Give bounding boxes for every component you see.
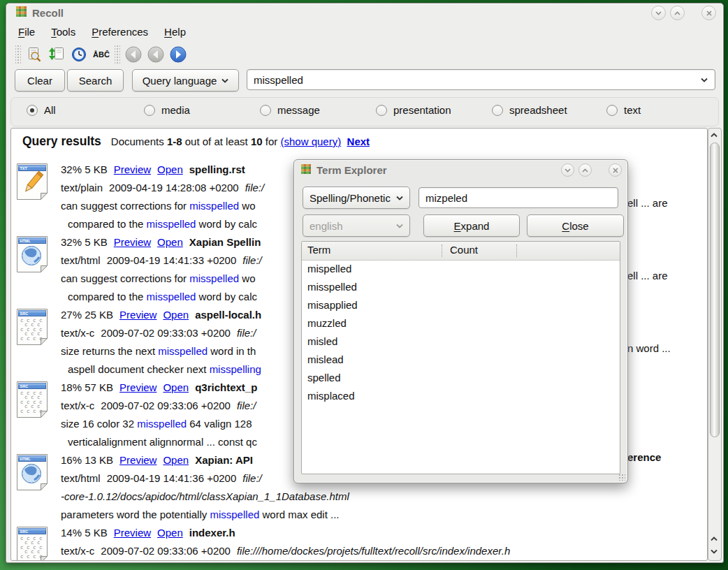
recoll-app-icon <box>16 6 27 19</box>
show-query-link[interactable]: (show query) <box>281 136 342 147</box>
column-header-count[interactable]: Count <box>450 244 478 256</box>
relevance-and-size: 32% 5 KB <box>61 163 108 175</box>
open-link[interactable]: Open <box>163 454 189 466</box>
preview-link[interactable]: Preview <box>119 309 156 321</box>
snippet-line: size 16 color 32 misspelled 64 valign 12… <box>61 415 252 433</box>
mime-type: text/html <box>61 472 101 484</box>
open-link[interactable]: Open <box>157 236 183 248</box>
toolbar-handle <box>15 45 21 64</box>
resize-grip-icon[interactable] <box>618 474 625 481</box>
column-divider[interactable] <box>516 244 517 257</box>
term-list-item[interactable]: misapplied <box>302 296 620 314</box>
term-list-item[interactable]: mislead <box>302 351 620 369</box>
close-dialog-button[interactable]: Close <box>527 214 624 237</box>
language-value: english <box>310 220 343 232</box>
open-link[interactable]: Open <box>157 163 183 175</box>
shade-button[interactable] <box>561 163 574 177</box>
document-history-icon[interactable] <box>69 45 89 64</box>
result-line1: 14% 5 KBPreviewOpenindexer.h <box>61 524 235 542</box>
filter-radio-spreadsheet[interactable]: spreadsheet <box>492 104 567 116</box>
expand-button[interactable]: Expand <box>423 214 520 237</box>
preview-link[interactable]: Preview <box>114 236 151 248</box>
maximize-button[interactable] <box>670 6 685 20</box>
chevron-down-icon[interactable] <box>701 78 708 82</box>
radio-icon[interactable] <box>376 105 387 116</box>
column-header-term[interactable]: Term <box>307 244 330 256</box>
scroll-up-icon[interactable] <box>709 534 719 543</box>
snippet-line: compared to the misspelled word by calc <box>68 215 257 233</box>
filter-radio-media[interactable]: media <box>144 104 190 116</box>
mime-type: text/x-c <box>61 400 94 411</box>
preview-link[interactable]: Preview <box>119 454 156 466</box>
filter-radio-all[interactable]: All <box>27 104 56 116</box>
svg-text:HTML: HTML <box>20 457 31 461</box>
mime-type: text/html <box>61 254 101 266</box>
term-list-item[interactable]: spelled <box>302 369 620 387</box>
term-list-item[interactable]: misplaced <box>302 387 620 405</box>
preview-link[interactable]: Preview <box>119 381 156 393</box>
close-button[interactable] <box>701 6 716 20</box>
relevance-and-size: 18% 57 KB <box>61 381 113 393</box>
radio-icon[interactable] <box>144 105 155 116</box>
advanced-search-icon[interactable] <box>24 45 44 64</box>
radio-icon[interactable] <box>27 105 38 116</box>
search-button[interactable]: Search <box>67 69 124 92</box>
doc-date: 2009-04-19 14:41:33 +0200 <box>107 254 237 266</box>
scrollbar-thumb[interactable] <box>710 142 720 437</box>
radio-icon[interactable] <box>260 105 271 116</box>
filter-radio-text[interactable]: text <box>606 104 641 116</box>
menu-item-help[interactable]: Help <box>162 24 188 39</box>
main-titlebar[interactable]: Recoll <box>6 3 723 22</box>
term-explorer-icon[interactable]: ÅBĈ <box>92 45 111 64</box>
txt-file-icon: TXT <box>15 162 49 201</box>
desktop-background: Recoll FileToolsPreferencesHelp ÅBĈ <box>0 0 728 570</box>
term-list-item[interactable]: misspelled <box>302 278 620 296</box>
chevron-down-icon <box>396 224 403 228</box>
sort-parameters-icon[interactable] <box>47 45 66 64</box>
expansion-mode-combobox[interactable]: Spelling/Phonetic <box>303 187 410 209</box>
column-divider[interactable] <box>442 244 442 257</box>
term-list-item[interactable]: muzzled <box>302 314 620 332</box>
term-input[interactable]: mizpeled <box>418 187 618 208</box>
chevron-down-icon <box>221 78 228 83</box>
term-list-item[interactable]: mispelled <box>302 260 620 278</box>
relevance-and-size: 16% 13 KB <box>61 454 113 466</box>
menu-item-preferences[interactable]: Preferences <box>89 24 150 39</box>
doc-total: 10 <box>251 136 263 147</box>
search-query-input[interactable]: misspelled <box>247 69 715 90</box>
open-link[interactable]: Open <box>163 381 189 393</box>
dialog-titlebar[interactable]: Term Explorer <box>294 160 627 180</box>
results-scrollbar[interactable] <box>708 128 722 561</box>
open-link[interactable]: Open <box>163 309 189 321</box>
go-next-icon[interactable] <box>168 45 188 64</box>
snippet-line: can suggest corrections for misspelled w… <box>61 197 255 215</box>
shade-button[interactable] <box>651 6 666 20</box>
result-title: spelling.rst <box>189 163 245 175</box>
snippet-line: compared to the misspelled word by calc <box>68 288 257 306</box>
menu-item-tools[interactable]: Tools <box>49 24 78 39</box>
scroll-down-icon[interactable] <box>709 546 719 556</box>
term-list-item[interactable]: misled <box>302 332 620 351</box>
clear-button[interactable]: Clear <box>15 69 65 92</box>
doc-url: file:/ <box>237 400 256 411</box>
preview-link[interactable]: Preview <box>114 527 151 539</box>
preview-link[interactable]: Preview <box>114 163 151 175</box>
term-input-value: mizpeled <box>425 192 467 204</box>
close-button[interactable] <box>609 163 622 177</box>
doc-url: file:/ <box>242 254 262 266</box>
html-file-icon: HTML <box>15 235 49 274</box>
open-link[interactable]: Open <box>157 527 183 539</box>
term-explorer-dialog: Term Explorer Spelling/Phonetic mizpeled… <box>293 159 628 483</box>
query-mode-combobox[interactable]: Query language <box>132 69 239 92</box>
relevance-and-size: 27% 25 KB <box>61 309 113 321</box>
radio-icon[interactable] <box>492 105 503 116</box>
filter-radio-presentation[interactable]: presentation <box>376 104 451 116</box>
next-page-link[interactable]: Next <box>347 136 370 147</box>
relevance-and-size: 32% 5 KB <box>61 236 108 248</box>
maximize-button[interactable] <box>578 163 592 177</box>
result-meta-line: text/html2009-04-19 14:41:36 +0200file:/ <box>61 469 262 488</box>
filter-radio-message[interactable]: message <box>260 104 320 116</box>
scroll-up-icon[interactable] <box>709 130 719 140</box>
menu-item-file[interactable]: File <box>16 24 37 39</box>
radio-icon[interactable] <box>606 105 618 116</box>
